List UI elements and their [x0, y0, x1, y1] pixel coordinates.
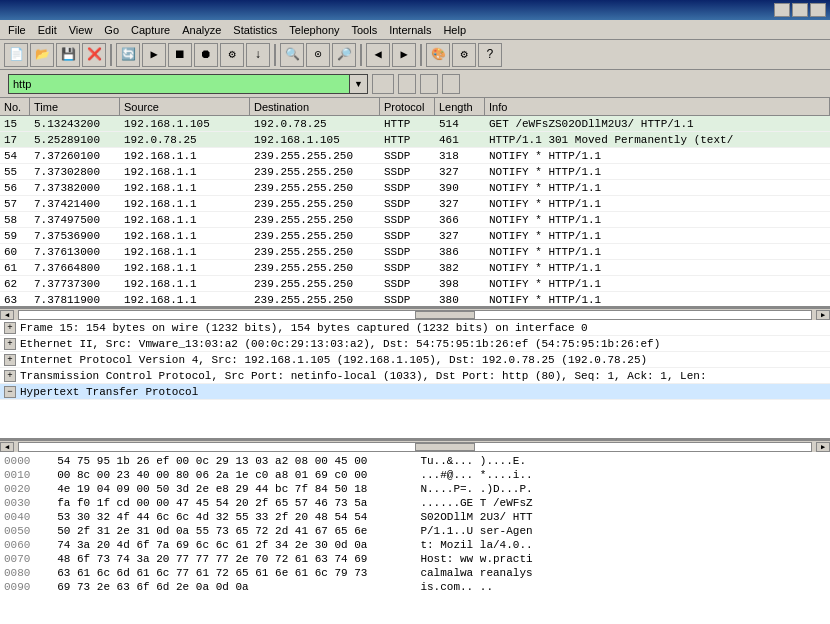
scroll-left[interactable]: ◀	[0, 310, 14, 320]
toolbar-start[interactable]: ▶	[142, 43, 166, 67]
hex-row: 0030 fa f0 1f cd 00 00 47 45 54 20 2f 65…	[4, 496, 826, 510]
menu-telephony[interactable]: Telephony	[283, 22, 345, 38]
minimize-button[interactable]	[774, 3, 790, 17]
table-row[interactable]: 55 7.37302800 192.168.1.1 239.255.255.25…	[0, 164, 830, 180]
menu-tools[interactable]: Tools	[346, 22, 384, 38]
hex-row: 0080 63 61 6c 6d 61 6c 77 61 72 65 61 6e…	[4, 566, 826, 580]
toolbar-back[interactable]: ◀	[366, 43, 390, 67]
expression-button[interactable]	[372, 74, 394, 94]
expand-icon[interactable]: −	[4, 386, 16, 398]
sep-2	[274, 44, 276, 66]
filter-input-wrap: ▼	[8, 74, 368, 94]
menu-internals[interactable]: Internals	[383, 22, 437, 38]
scroll-thumb[interactable]	[415, 311, 475, 319]
menu-capture[interactable]: Capture	[125, 22, 176, 38]
detail-scroll-left[interactable]: ◀	[0, 442, 14, 452]
table-row[interactable]: 17 5.25289100 192.0.78.25 192.168.1.105 …	[0, 132, 830, 148]
detail-scroll-track[interactable]	[18, 442, 812, 452]
menu-file[interactable]: File	[2, 22, 32, 38]
hex-row: 0050 50 2f 31 2e 31 0d 0a 55 73 65 72 2d…	[4, 524, 826, 538]
col-header-dest[interactable]: Destination	[250, 98, 380, 115]
expand-icon[interactable]: +	[4, 354, 16, 366]
col-header-length[interactable]: Length	[435, 98, 485, 115]
detail-row[interactable]: +Ethernet II, Src: Vmware_13:03:a2 (00:0…	[0, 336, 830, 352]
hex-row: 0070 48 6f 73 74 3a 20 77 77 77 2e 70 72…	[4, 552, 826, 566]
hex-row: 0090 69 73 2e 63 6f 6d 2e 0a 0d 0a is.co…	[4, 580, 826, 594]
detail-row[interactable]: +Internet Protocol Version 4, Src: 192.1…	[0, 352, 830, 368]
toolbar-reload[interactable]: 🔄	[116, 43, 140, 67]
hex-row: 0040 53 30 32 4f 44 6c 6c 4d 32 55 33 2f…	[4, 510, 826, 524]
col-header-no[interactable]: No.	[0, 98, 30, 115]
table-row[interactable]: 59 7.37536900 192.168.1.1 239.255.255.25…	[0, 228, 830, 244]
table-row[interactable]: 56 7.37382000 192.168.1.1 239.255.255.25…	[0, 180, 830, 196]
hex-row: 0020 4e 19 04 09 00 50 3d 2e e8 29 44 bc…	[4, 482, 826, 496]
menu-go[interactable]: Go	[98, 22, 125, 38]
scroll-right[interactable]: ▶	[816, 310, 830, 320]
col-header-protocol[interactable]: Protocol	[380, 98, 435, 115]
maximize-button[interactable]	[792, 3, 808, 17]
toolbar-options[interactable]: ⚙	[220, 43, 244, 67]
table-row[interactable]: 54 7.37260100 192.168.1.1 239.255.255.25…	[0, 148, 830, 164]
menu-statistics[interactable]: Statistics	[227, 22, 283, 38]
expand-icon[interactable]: +	[4, 370, 16, 382]
save-button[interactable]	[442, 74, 460, 94]
toolbar-scroll[interactable]: ↓	[246, 43, 270, 67]
table-row[interactable]: 60 7.37613000 192.168.1.1 239.255.255.25…	[0, 244, 830, 260]
toolbar-stop[interactable]: ⏹	[168, 43, 192, 67]
hex-row: 0000 54 75 95 1b 26 ef 00 0c 29 13 03 a2…	[4, 454, 826, 468]
packet-list-scrollbar[interactable]: ◀ ▶	[0, 308, 830, 320]
filter-dropdown-arrow[interactable]: ▼	[350, 74, 368, 94]
detail-scrollbar[interactable]: ◀ ▶	[0, 440, 830, 452]
toolbar-save[interactable]: 💾	[56, 43, 80, 67]
menu-view[interactable]: View	[63, 22, 99, 38]
packet-list[interactable]: No. Time Source Destination Protocol Len…	[0, 98, 830, 308]
toolbar-forward[interactable]: ▶	[392, 43, 416, 67]
sep-4	[420, 44, 422, 66]
toolbar-restart[interactable]: ⏺	[194, 43, 218, 67]
table-row[interactable]: 63 7.37811900 192.168.1.1 239.255.255.25…	[0, 292, 830, 308]
toolbar-close[interactable]: ❌	[82, 43, 106, 67]
filter-bar: ▼	[0, 70, 830, 98]
toolbar-zoom-out[interactable]: 🔎	[332, 43, 356, 67]
detail-scroll-right[interactable]: ▶	[816, 442, 830, 452]
toolbar-zoom-reset[interactable]: ⊙	[306, 43, 330, 67]
sep-3	[360, 44, 362, 66]
detail-scroll-thumb[interactable]	[415, 443, 475, 451]
main-content: No. Time Source Destination Protocol Len…	[0, 98, 830, 624]
expand-icon[interactable]: +	[4, 322, 16, 334]
toolbar-color[interactable]: 🎨	[426, 43, 450, 67]
toolbar-help[interactable]: ?	[478, 43, 502, 67]
table-row[interactable]: 61 7.37664800 192.168.1.1 239.255.255.25…	[0, 260, 830, 276]
menu-help[interactable]: Help	[437, 22, 472, 38]
menu-analyze[interactable]: Analyze	[176, 22, 227, 38]
menu-bar: File Edit View Go Capture Analyze Statis…	[0, 20, 830, 40]
col-header-source[interactable]: Source	[120, 98, 250, 115]
table-row[interactable]: 62 7.37737300 192.168.1.1 239.255.255.25…	[0, 276, 830, 292]
scroll-track[interactable]	[18, 310, 812, 320]
hex-dump[interactable]: 0000 54 75 95 1b 26 ef 00 0c 29 13 03 a2…	[0, 452, 830, 624]
toolbar-zoom-in[interactable]: 🔍	[280, 43, 304, 67]
table-row[interactable]: 57 7.37421400 192.168.1.1 239.255.255.25…	[0, 196, 830, 212]
filter-input[interactable]	[8, 74, 350, 94]
expand-icon[interactable]: +	[4, 338, 16, 350]
detail-row[interactable]: +Frame 15: 154 bytes on wire (1232 bits)…	[0, 320, 830, 336]
packet-detail: +Frame 15: 154 bytes on wire (1232 bits)…	[0, 320, 830, 440]
close-button[interactable]	[810, 3, 826, 17]
apply-button[interactable]	[420, 74, 438, 94]
table-row[interactable]: 58 7.37497500 192.168.1.1 239.255.255.25…	[0, 212, 830, 228]
detail-row[interactable]: +Transmission Control Protocol, Src Port…	[0, 368, 830, 384]
title-bar	[0, 0, 830, 20]
menu-edit[interactable]: Edit	[32, 22, 63, 38]
sep-1	[110, 44, 112, 66]
col-header-time[interactable]: Time	[30, 98, 120, 115]
hex-row: 0010 00 8c 00 23 40 00 80 06 2a 1e c0 a8…	[4, 468, 826, 482]
clear-button[interactable]	[398, 74, 416, 94]
toolbar-open[interactable]: 📂	[30, 43, 54, 67]
table-row[interactable]: 15 5.13243200 192.168.1.105 192.0.78.25 …	[0, 116, 830, 132]
toolbar-prefs[interactable]: ⚙	[452, 43, 476, 67]
toolbar: 📄 📂 💾 ❌ 🔄 ▶ ⏹ ⏺ ⚙ ↓ 🔍 ⊙ 🔎 ◀ ▶ 🎨 ⚙ ?	[0, 40, 830, 70]
detail-row[interactable]: −Hypertext Transfer Protocol	[0, 384, 830, 400]
packet-list-header: No. Time Source Destination Protocol Len…	[0, 98, 830, 116]
toolbar-new[interactable]: 📄	[4, 43, 28, 67]
col-header-info[interactable]: Info	[485, 98, 830, 115]
